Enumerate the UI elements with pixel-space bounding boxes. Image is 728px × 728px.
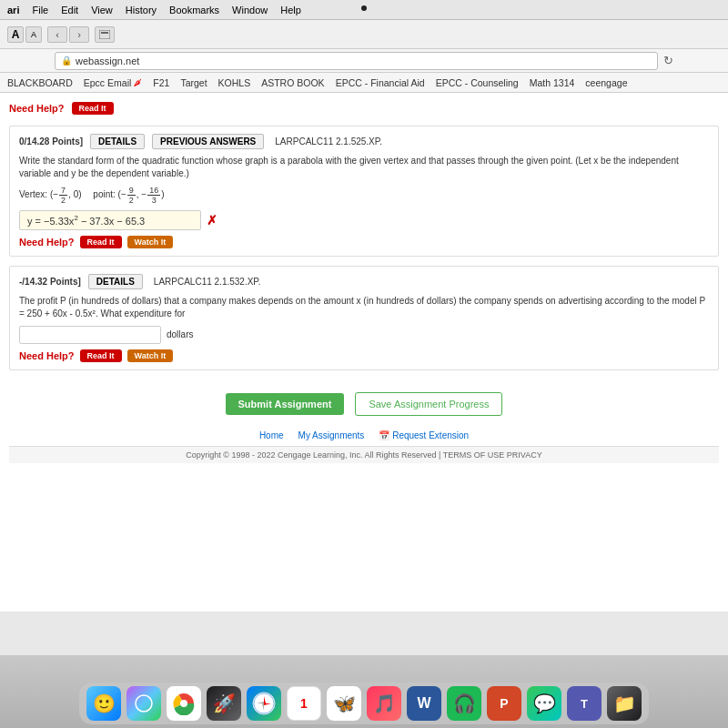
point-value: (−92, −163) <box>118 189 165 199</box>
problem-1-answer-input[interactable]: y = −5.33x2 − 37.3x − 65.3 <box>19 210 201 230</box>
bookmark-target[interactable]: Target <box>180 77 207 88</box>
font-small-btn[interactable]: A <box>25 26 42 43</box>
problem-1-read-btn[interactable]: Read It <box>80 236 122 248</box>
laptop-screen: ari File Edit View History Bookmarks Win… <box>0 0 728 655</box>
teams-icon[interactable]: T <box>567 686 602 721</box>
problem-2-section: -/14.32 Points] DETAILS LARPCALC11 2.1.5… <box>9 266 719 370</box>
font-large-btn[interactable]: A <box>7 26 24 43</box>
back-btn[interactable]: ‹ <box>47 26 67 43</box>
problem-1-help-row: Need Help? Read It Watch It <box>19 236 709 248</box>
address-bar-row: 🔒 webassign.net ↻ <box>0 49 728 73</box>
submit-assignment-btn[interactable]: Submit Assignment <box>226 393 345 415</box>
problem-2-input[interactable] <box>19 326 161 344</box>
problem-2-read-btn[interactable]: Read It <box>80 349 122 362</box>
problem-1-watch-btn[interactable]: Watch It <box>127 236 174 248</box>
problem-2-watch-btn[interactable]: Watch It <box>127 349 174 362</box>
bookmark-cengage[interactable]: ceengage <box>585 77 627 88</box>
webcam-dot <box>361 5 367 11</box>
photos-icon[interactable]: 🦋 <box>327 686 361 721</box>
menu-window[interactable]: Window <box>232 5 268 15</box>
refresh-btn[interactable]: ↻ <box>663 54 673 67</box>
lock-icon: 🔒 <box>61 56 72 66</box>
powerpoint-icon[interactable]: P <box>487 686 521 721</box>
macbook-chassis: 🙂 🚀 1 🦋 <box>0 655 728 728</box>
problem-2-unit: dollars <box>167 329 193 339</box>
problem-2-help-row: Need Help? Read It Watch It <box>19 349 709 362</box>
bookmark-epcc-email[interactable]: Epcc Email 🌶 <box>84 77 143 88</box>
problem-1-header: 0/14.28 Points] DETAILS PREVIOUS ANSWERS… <box>19 134 709 149</box>
bookmark-f21[interactable]: F21 <box>153 77 169 88</box>
save-progress-btn[interactable]: Save Assignment Progress <box>355 392 502 416</box>
bookmarks-bar: BLACKBOARD Epcc Email 🌶 F21 Target KOHLS… <box>0 73 728 93</box>
bookmark-counseling[interactable]: EPCC - Counseling <box>436 77 519 88</box>
my-assignments-link[interactable]: My Assignments <box>298 430 365 440</box>
bookmark-kohls[interactable]: KOHLS <box>218 77 251 88</box>
copyright-text: Copyright © 1998 - 2022 Cengage Learning… <box>186 450 541 460</box>
svg-rect-0 <box>99 30 110 39</box>
copyright-bar: Copyright © 1998 - 2022 Cengage Learning… <box>9 446 719 463</box>
bookmark-blackboard[interactable]: BLACKBOARD <box>7 77 73 88</box>
home-link[interactable]: Home <box>259 430 284 440</box>
menu-edit[interactable]: Edit <box>61 5 78 15</box>
menu-view[interactable]: View <box>91 5 113 15</box>
footer-links: Home My Assignments 📅 Request Extension <box>9 430 719 440</box>
bookmark-financial[interactable]: EPCC - Financial Aid <box>336 77 425 88</box>
chrome-icon[interactable] <box>167 686 201 721</box>
need-help-bar: Need Help? Read It <box>9 98 719 118</box>
problem-1-details-btn[interactable]: DETAILS <box>90 134 145 149</box>
safari-icon[interactable] <box>247 686 281 721</box>
vertex-line: Vertex: (−72, 0) point: (−92, −163) <box>19 186 709 205</box>
problem-1-answer-box: y = −5.33x2 − 37.3x − 65.3 ✗ <box>19 210 709 230</box>
finder2-icon[interactable]: 📁 <box>607 686 642 721</box>
request-extension-link[interactable]: 📅 Request Extension <box>379 430 469 440</box>
problem-2-header: -/14.32 Points] DETAILS LARPCALC11 2.1.5… <box>19 274 709 289</box>
bookmark-astro[interactable]: ASTRO BOOK <box>261 77 324 88</box>
siri-icon[interactable] <box>126 686 161 721</box>
word-icon[interactable]: W <box>407 686 441 721</box>
answer-formula: y = −5.33x2 − 37.3x − 65.3 <box>27 216 145 227</box>
menu-bookmarks[interactable]: Bookmarks <box>169 5 219 15</box>
menu-history[interactable]: History <box>126 5 157 15</box>
messages-icon[interactable]: 💬 <box>527 686 561 721</box>
problem-2-answer-box: dollars <box>19 326 709 344</box>
problem-2-points: -/14.32 Points] <box>19 277 81 287</box>
problem-2-code: LARPCALC11 2.1.532.XP. <box>154 277 261 287</box>
read-it-btn-top[interactable]: Read It <box>72 102 114 115</box>
calendar-icon[interactable]: 1 <box>287 686 321 721</box>
music-icon[interactable]: 🎵 <box>367 686 401 721</box>
svg-point-2 <box>136 695 152 712</box>
forward-btn[interactable]: › <box>69 26 89 43</box>
launchpad-icon[interactable]: 🚀 <box>207 686 241 721</box>
url-text: webassign.net <box>76 56 139 66</box>
address-bar[interactable]: 🔒 webassign.net <box>55 52 658 70</box>
svg-point-5 <box>180 700 187 707</box>
problem-1-prev-answers-btn[interactable]: PREVIOUS ANSWERS <box>152 134 264 149</box>
problem-2-need-help: Need Help? <box>19 350 75 361</box>
problem-2-details-btn[interactable]: DETAILS <box>88 274 143 289</box>
dock: 🙂 🚀 1 🦋 <box>79 682 649 724</box>
menu-file[interactable]: File <box>32 5 48 15</box>
problem-1-section: 0/14.28 Points] DETAILS PREVIOUS ANSWERS… <box>9 126 719 257</box>
bookmark-math[interactable]: Math 1314 <box>530 77 575 88</box>
incorrect-mark: ✗ <box>207 213 217 228</box>
request-extension-text: Request Extension <box>392 430 469 440</box>
spotify-icon[interactable]: 🎧 <box>447 686 481 721</box>
submit-area: Submit Assignment Save Assignment Progre… <box>9 385 719 423</box>
menu-apple[interactable]: ari <box>7 5 19 15</box>
need-help-label: Need Help? <box>9 103 65 114</box>
vertex-label: Vertex: <box>19 189 50 199</box>
finder-icon[interactable]: 🙂 <box>86 686 121 721</box>
problem-2-instruction: The profit P (in hundreds of dollars) th… <box>19 295 709 320</box>
problem-1-code: LARPCALC11 2.1.525.XP. <box>275 136 382 147</box>
menu-help[interactable]: Help <box>280 5 301 15</box>
svg-rect-1 <box>101 32 108 34</box>
problem-1-points: 0/14.28 Points] <box>19 136 83 147</box>
tab-btn[interactable] <box>95 26 115 43</box>
problem-1-need-help: Need Help? <box>19 237 75 248</box>
font-size-controls: A A <box>7 26 42 43</box>
browser-toolbar: A A ‹ › <box>0 20 728 49</box>
vertex-value: (−72, 0) <box>50 189 84 199</box>
nav-buttons: ‹ › <box>47 26 89 43</box>
content-area: Need Help? Read It 0/14.28 Points] DETAI… <box>0 93 728 612</box>
point-label: point: <box>93 189 117 199</box>
